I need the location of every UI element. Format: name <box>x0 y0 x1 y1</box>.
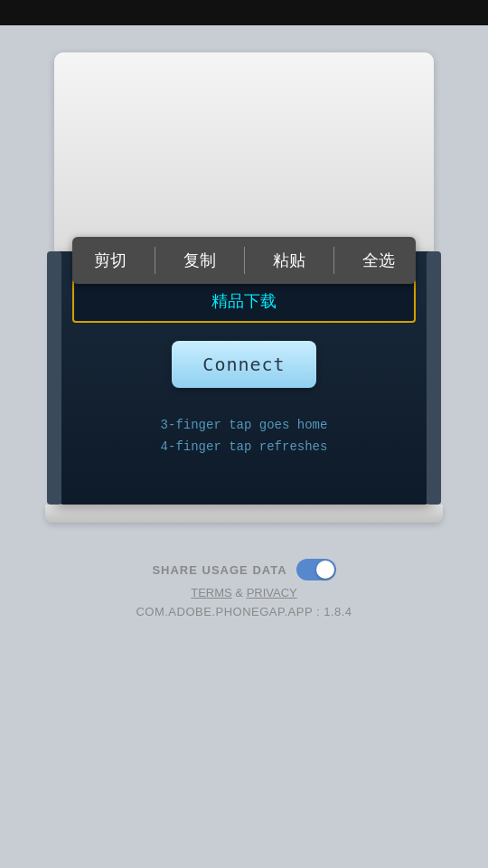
url-input[interactable] <box>72 278 416 323</box>
device-card: 剪切 复制 粘贴 全选 Connect 3-finger tap goes ho… <box>54 52 434 523</box>
divider-3 <box>333 247 334 274</box>
share-label: SHARE USAGE DATA <box>152 563 286 577</box>
app-screen: Connect 3-finger tap goes home 4-finger … <box>54 251 434 505</box>
info-line-1: 3-finger tap goes home <box>161 415 328 437</box>
footer: SHARE USAGE DATA TERMS & PRIVACY COM.ADO… <box>136 559 352 618</box>
context-menu: 剪切 复制 粘贴 全选 <box>72 237 416 284</box>
info-text: 3-finger tap goes home 4-finger tap refr… <box>161 415 328 458</box>
version-text: COM.ADOBE.PHONEGAP.APP : 1.8.4 <box>136 605 352 618</box>
top-status-bar <box>0 0 488 25</box>
upper-panel <box>54 52 434 251</box>
input-container <box>72 278 416 323</box>
bottom-rail <box>45 505 443 523</box>
main-content: 剪切 复制 粘贴 全选 Connect 3-finger tap goes ho… <box>0 25 488 868</box>
privacy-link[interactable]: PRIVACY <box>247 586 297 599</box>
terms-link[interactable]: TERMS <box>191 586 232 599</box>
info-line-2: 4-finger tap refreshes <box>161 437 328 458</box>
context-menu-copy[interactable]: 复制 <box>169 242 230 278</box>
and-text: & <box>232 586 247 599</box>
context-menu-paste[interactable]: 粘贴 <box>258 242 320 278</box>
toggle-knob <box>316 561 334 579</box>
share-row: SHARE USAGE DATA <box>152 559 335 580</box>
context-menu-cut[interactable]: 剪切 <box>80 242 141 278</box>
share-toggle[interactable] <box>296 559 336 580</box>
terms-row: TERMS & PRIVACY <box>191 586 297 599</box>
divider-2 <box>244 247 245 274</box>
context-menu-select-all[interactable]: 全选 <box>348 242 409 278</box>
connect-button[interactable]: Connect <box>172 341 316 388</box>
divider-1 <box>155 247 155 274</box>
